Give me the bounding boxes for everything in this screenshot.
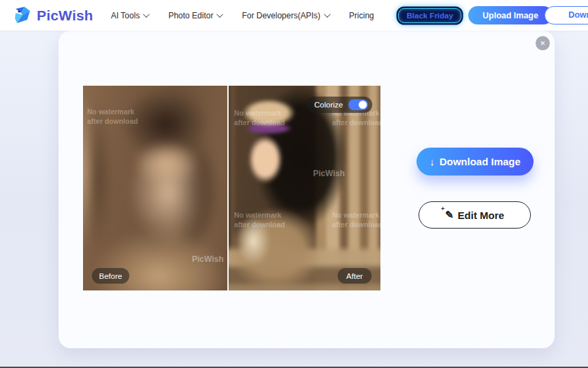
nav-item-pricing[interactable]: Pricing: [349, 11, 374, 20]
colorize-label: Colorize: [314, 101, 343, 109]
chevron-down-icon: [324, 11, 331, 18]
before-badge: Before: [92, 268, 129, 284]
download-arrow-icon: ↓: [429, 156, 435, 167]
brand-logo[interactable]: PicWish: [14, 6, 93, 24]
before-image: [83, 86, 228, 290]
navbar: PicWish AI Tools Photo Editor For Develo…: [0, 0, 588, 31]
before-after-comparison: No watermark after download No watermark…: [83, 86, 380, 290]
after-badge: After: [338, 268, 372, 284]
brand-name[interactable]: PicWish: [37, 7, 93, 24]
download-image-button[interactable]: ↓ Download Image: [416, 148, 534, 175]
comparison-divider[interactable]: [227, 86, 229, 290]
picwish-logo-icon: [14, 6, 32, 24]
colorize-toggle[interactable]: [348, 99, 368, 110]
pencil-glyph: ✎: [445, 209, 454, 220]
main-nav: AI Tools Photo Editor For Developers(API…: [111, 8, 461, 23]
edit-more-button[interactable]: + ✎ Edit More: [419, 201, 531, 229]
close-icon[interactable]: ✕: [536, 36, 550, 50]
nav-item-label: For Developers(APIs): [242, 11, 320, 20]
download-image-label: Download Image: [440, 156, 521, 167]
upload-image-button[interactable]: Upload Image: [468, 6, 553, 24]
nav-item-label: Pricing: [349, 11, 374, 20]
nav-item-photo-editor[interactable]: Photo Editor: [168, 11, 221, 20]
chevron-down-icon: [143, 11, 150, 18]
black-friday-badge[interactable]: Black Friday: [398, 8, 461, 23]
sparkle-icon: +: [441, 205, 444, 212]
nav-item-ai-tools[interactable]: AI Tools: [111, 11, 148, 20]
before-photo-art: [83, 86, 228, 290]
edit-more-label: Edit More: [458, 210, 504, 221]
nav-item-developers[interactable]: For Developers(APIs): [242, 11, 328, 20]
after-image: [228, 86, 380, 290]
colorize-control: Colorize: [306, 97, 372, 113]
chevron-down-icon: [216, 11, 223, 18]
edit-pencil-icon: + ✎: [445, 209, 454, 221]
download-nav-button[interactable]: Download: [544, 6, 588, 24]
after-photo-art: [228, 86, 380, 290]
nav-item-label: AI Tools: [111, 11, 140, 20]
toggle-knob: [359, 101, 367, 109]
nav-item-label: Photo Editor: [168, 11, 213, 20]
